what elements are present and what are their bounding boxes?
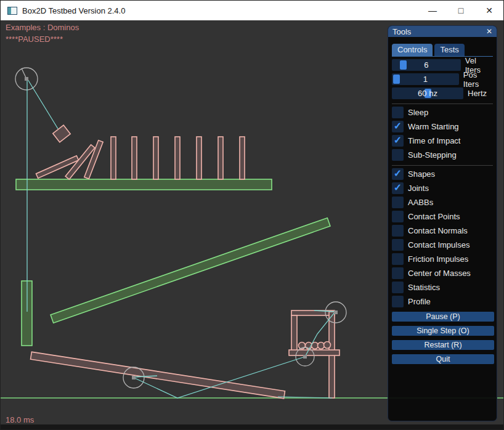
restart-button[interactable]: Restart (R) — [392, 340, 494, 350]
separator — [392, 103, 493, 104]
checkbox-profile[interactable]: ✓ Profile — [392, 296, 493, 307]
checkbox-friction-impulses[interactable]: ✓ Friction Impulses — [392, 253, 493, 265]
checkbox-sub-stepping[interactable]: ✓ Sub-Stepping — [392, 149, 493, 161]
check-icon: ✓ — [394, 182, 402, 193]
checkbox-warm-starting[interactable]: ✓ Warm Starting — [392, 121, 493, 132]
checkbox-box[interactable]: ✓ — [392, 239, 404, 251]
slider-label: Pos Iters — [463, 70, 493, 89]
frame-left-post — [291, 315, 297, 352]
slider-row-vel-iters: 6 Vel Iters — [392, 59, 493, 71]
tab-tests[interactable]: Tests — [434, 44, 464, 56]
minimize-icon[interactable]: — — [418, 1, 447, 20]
slanted-green-plank — [51, 218, 330, 323]
checkbox-label: AABBs — [408, 198, 433, 207]
checkbox-label: Contact Impulses — [408, 240, 469, 249]
separator — [392, 165, 493, 166]
slider-value: 6 — [392, 59, 461, 71]
checkbox-shapes[interactable]: ✓ Shapes — [392, 168, 493, 180]
vel-iters-slider[interactable]: 6 — [392, 59, 461, 71]
slider-row-pos-iters: 1 Pos Iters — [392, 73, 493, 85]
tab-controls[interactable]: Controls — [392, 44, 433, 56]
checkbox-box[interactable]: ✓ — [392, 267, 404, 279]
tools-panel-titlebar[interactable]: Tools ✕ — [388, 26, 497, 37]
standing-domino — [153, 137, 158, 179]
joint-rope-to-box — [28, 79, 58, 129]
leaning-domino — [84, 140, 103, 179]
checkbox-label: Time of Impact — [408, 136, 460, 145]
checkbox-label: Center of Masses — [408, 269, 471, 278]
standing-domino — [197, 137, 201, 179]
joint-anchor — [303, 355, 307, 359]
check-icon: ✓ — [394, 168, 402, 179]
checkbox-aabbs[interactable]: ✓ AABBs — [392, 197, 493, 208]
standing-domino — [111, 137, 116, 179]
checkbox-label: Shapes — [408, 169, 435, 179]
pos-iters-slider[interactable]: 1 — [392, 73, 459, 85]
standing-domino — [218, 137, 223, 179]
checkbox-box[interactable]: ✓ — [392, 282, 404, 293]
checkbox-box[interactable]: ✓ — [392, 168, 404, 180]
checkbox-box[interactable]: ✓ — [392, 121, 404, 132]
checkbox-box[interactable]: ✓ — [392, 107, 404, 118]
tools-panel-body: Controls Tests 6 Vel Iters 1 Pos Iters — [388, 37, 497, 364]
pause-button[interactable]: Pause (P) — [392, 312, 494, 322]
app-window: Box2D Testbed Version 2.4.0 — □ ✕ — [0, 0, 504, 430]
app-icon — [7, 7, 17, 15]
checkbox-label: Profile — [408, 297, 431, 306]
joint-anchor — [132, 376, 136, 379]
standing-domino — [175, 137, 180, 179]
checkbox-box[interactable]: ✓ — [392, 197, 404, 208]
frame-time-label: 18.0 ms — [6, 415, 34, 424]
checkbox-contact-points[interactable]: ✓ Contact Points — [392, 211, 493, 222]
slider-row-hertz: 60 hz Hertz — [392, 87, 493, 99]
tab-bar: Controls Tests — [392, 44, 493, 57]
checkbox-label: Sub-Stepping — [408, 150, 457, 160]
tools-close-icon[interactable]: ✕ — [486, 28, 492, 35]
checkbox-box[interactable]: ✓ — [392, 253, 404, 265]
checkbox-box[interactable]: ✓ — [392, 149, 404, 161]
checkbox-center-of-masses[interactable]: ✓ Center of Masses — [392, 267, 493, 279]
checkbox-label: Sleep — [408, 108, 428, 117]
shelf-ball — [324, 342, 331, 349]
single-step-button[interactable]: Single Step (O) — [392, 326, 494, 336]
button-group: Pause (P) Single Step (O) Restart (R) Qu… — [392, 312, 493, 364]
window-controls: — □ ✕ — [418, 1, 503, 20]
checkbox-sleep[interactable]: ✓ Sleep — [392, 107, 493, 118]
slider-value: 60 hz — [392, 87, 463, 99]
checkbox-label: Contact Normals — [408, 226, 468, 235]
check-icon: ✓ — [394, 120, 402, 132]
joint-anchor — [25, 77, 28, 81]
checkbox-label: Statistics — [408, 283, 440, 292]
quit-button[interactable]: Quit — [392, 354, 494, 364]
checkbox-contact-impulses[interactable]: ✓ Contact Impulses — [392, 239, 493, 251]
checkbox-statistics[interactable]: ✓ Statistics — [392, 282, 493, 293]
checkbox-joints[interactable]: ✓ Joints — [392, 182, 493, 194]
checkbox-label: Joints — [408, 184, 429, 193]
check-icon: ✓ — [394, 134, 402, 146]
paused-status-label: ****PAUSED**** — [6, 34, 63, 44]
checkbox-label: Contact Points — [408, 212, 460, 221]
maximize-icon[interactable]: □ — [447, 1, 475, 20]
os-titlebar[interactable]: Box2D Testbed Version 2.4.0 — □ ✕ — [1, 1, 503, 20]
standing-domino — [240, 137, 245, 179]
slider-value: 1 — [392, 73, 459, 85]
checkbox-box[interactable]: ✓ — [392, 211, 404, 222]
checkbox-box[interactable]: ✓ — [392, 182, 404, 194]
checkbox-label: Friction Impulses — [408, 254, 468, 264]
hertz-slider[interactable]: 60 hz — [392, 87, 463, 99]
checkbox-time-of-impact[interactable]: ✓ Time of Impact — [392, 135, 493, 147]
close-icon[interactable]: ✕ — [475, 1, 503, 20]
checkbox-box[interactable]: ✓ — [392, 225, 404, 237]
example-title-label: Examples : Dominos — [6, 23, 79, 32]
slider-label: Hertz — [468, 89, 487, 98]
checkbox-box[interactable]: ✓ — [392, 135, 404, 147]
checkbox-contact-normals[interactable]: ✓ Contact Normals — [392, 225, 493, 237]
domino-platform — [16, 179, 272, 190]
window-bottom-border — [1, 424, 503, 429]
checkbox-box[interactable]: ✓ — [392, 296, 404, 307]
checkbox-label: Warm Starting — [408, 122, 459, 131]
hanging-box — [53, 125, 70, 142]
tools-panel-title: Tools — [392, 27, 411, 36]
window-title: Box2D Testbed Version 2.4.0 — [22, 6, 125, 15]
joint-anchor — [334, 310, 338, 314]
